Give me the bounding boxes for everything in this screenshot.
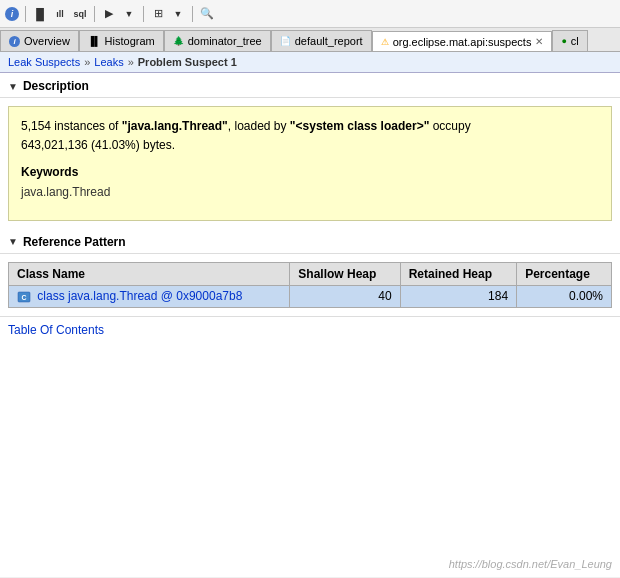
overview-tab-icon: i <box>9 36 20 47</box>
description-section-header: ▼ Description <box>0 73 620 98</box>
cell-percentage: 0.00% <box>517 285 612 307</box>
breadcrumb-leaks[interactable]: Leaks <box>94 56 123 68</box>
cl-tab-icon: ● <box>561 36 566 46</box>
breadcrumb-sep-2: » <box>128 56 134 68</box>
info-icon[interactable]: i <box>5 7 19 21</box>
search-icon[interactable]: 🔍 <box>199 6 215 22</box>
svg-text:C: C <box>21 294 26 301</box>
main-content: ▼ Description 5,154 instances of "java.l… <box>0 73 620 577</box>
run-icon[interactable]: ▶ <box>101 6 117 22</box>
toolbar: i ▐▌ ıll sql ▶ ▼ ⊞ ▼ 🔍 <box>0 0 620 28</box>
description-classname: "java.lang.Thread" <box>122 119 228 133</box>
histogram-icon[interactable]: ıll <box>52 6 68 22</box>
table-row[interactable]: C class java.lang.Thread @ 0x9000a7b8 40… <box>9 285 612 307</box>
tab-overview-label: Overview <box>24 35 70 47</box>
keyword-value: java.lang.Thread <box>21 185 110 199</box>
tab-dominator-tree[interactable]: 🌲 dominator_tree <box>164 30 271 51</box>
col-shallow-heap: Shallow Heap <box>290 262 400 285</box>
col-retained-heap: Retained Heap <box>400 262 517 285</box>
breadcrumb-current: Problem Suspect 1 <box>138 56 237 68</box>
reference-section: ▼ Reference Pattern Class Name Shallow H… <box>0 229 620 308</box>
tab-cl-label: cl <box>571 35 579 47</box>
grid-dropdown-icon[interactable]: ▼ <box>170 6 186 22</box>
report-tab-icon: 📄 <box>280 36 291 46</box>
tab-suspects-close[interactable]: ✕ <box>535 36 543 47</box>
tab-suspects[interactable]: ⚠ org.eclipse.mat.api:suspects ✕ <box>372 31 553 52</box>
tab-report-label: default_report <box>295 35 363 47</box>
tab-default-report[interactable]: 📄 default_report <box>271 30 372 51</box>
separator-3 <box>143 6 144 22</box>
description-mid: , loaded by <box>228 119 290 133</box>
tab-overview[interactable]: i Overview <box>0 30 79 51</box>
suspects-tab-icon: ⚠ <box>381 37 389 47</box>
breadcrumb-sep-1: » <box>84 56 90 68</box>
tab-cl[interactable]: ● cl <box>552 30 587 51</box>
description-toggle[interactable]: ▼ <box>8 81 18 92</box>
grid-icon[interactable]: ⊞ <box>150 6 166 22</box>
description-box: 5,154 instances of "java.lang.Thread", l… <box>8 106 612 221</box>
description-loader: "<system class loader>" <box>290 119 429 133</box>
table-header-row: Class Name Shallow Heap Retained Heap Pe… <box>9 262 612 285</box>
toc-section: Table Of Contents <box>0 316 620 343</box>
description-title: Description <box>23 79 89 93</box>
breadcrumb: Leak Suspects » Leaks » Problem Suspect … <box>0 52 620 73</box>
breadcrumb-leak-suspects[interactable]: Leak Suspects <box>8 56 80 68</box>
description-intro: 5,154 instances of <box>21 119 122 133</box>
keywords-block: Keywords java.lang.Thread <box>21 163 599 201</box>
description-text: 5,154 instances of "java.lang.Thread", l… <box>21 117 599 155</box>
description-size: 643,021,136 (41.03%) bytes. <box>21 138 175 152</box>
toc-link[interactable]: Table Of Contents <box>8 323 104 337</box>
keywords-label: Keywords <box>21 165 78 179</box>
sql-icon[interactable]: sql <box>72 6 88 22</box>
barchart-icon[interactable]: ▐▌ <box>32 6 48 22</box>
dominator-tab-icon: 🌲 <box>173 36 184 46</box>
reference-toggle[interactable]: ▼ <box>8 236 18 247</box>
tab-histogram[interactable]: ▐▌ Histogram <box>79 30 164 51</box>
tab-dominator-label: dominator_tree <box>188 35 262 47</box>
separator-4 <box>192 6 193 22</box>
description-end: occupy <box>429 119 470 133</box>
cell-shallow-heap: 40 <box>290 285 400 307</box>
tabs-bar: i Overview ▐▌ Histogram 🌲 dominator_tree… <box>0 28 620 52</box>
tab-suspects-label: org.eclipse.mat.api:suspects <box>393 36 532 48</box>
watermark: https://blog.csdn.net/Evan_Leung <box>449 558 612 570</box>
reference-title: Reference Pattern <box>23 235 126 249</box>
cell-class-name: C class java.lang.Thread @ 0x9000a7b8 <box>9 285 290 307</box>
separator-1 <box>25 6 26 22</box>
class-icon: C <box>17 290 31 304</box>
class-link[interactable]: class java.lang.Thread @ 0x9000a7b8 <box>37 289 242 303</box>
histogram-tab-icon: ▐▌ <box>88 36 101 46</box>
reference-section-header: ▼ Reference Pattern <box>0 229 620 254</box>
tab-histogram-label: Histogram <box>105 35 155 47</box>
col-class-name: Class Name <box>9 262 290 285</box>
col-percentage: Percentage <box>517 262 612 285</box>
cell-retained-heap: 184 <box>400 285 517 307</box>
run-dropdown-icon[interactable]: ▼ <box>121 6 137 22</box>
reference-table: Class Name Shallow Heap Retained Heap Pe… <box>8 262 612 308</box>
separator-2 <box>94 6 95 22</box>
